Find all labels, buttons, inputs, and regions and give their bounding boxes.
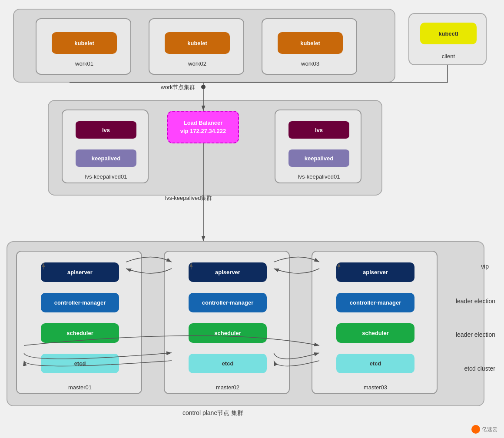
- kubectl-pill: kubectl: [420, 23, 477, 44]
- master02-label: master02: [165, 384, 291, 391]
- svg-point-4: [201, 85, 206, 89]
- master03-label: master03: [312, 384, 438, 391]
- etcd-master02: etcd: [189, 354, 267, 373]
- apiserver-master02: apiserver: [189, 262, 267, 282]
- work01-label: work01: [36, 60, 132, 67]
- work-cluster-box: kubelet work01 kubelet work02 kubelet wo…: [13, 9, 395, 83]
- kubelet-work01: kubelet: [52, 32, 117, 54]
- kubelet-work02: kubelet: [165, 32, 230, 54]
- lvs-pill-01: lvs: [76, 121, 136, 139]
- vip-side-label: vip: [481, 263, 489, 270]
- work03-label: work03: [262, 60, 358, 67]
- work03-box: kubelet work03: [262, 18, 357, 75]
- lvs-node02-label: lvs-keepalived01: [275, 173, 362, 180]
- lvs-pill-02: lvs: [288, 121, 349, 139]
- client-label: client: [409, 53, 487, 60]
- scheduler-master01: scheduler: [41, 323, 119, 343]
- etcd-master03: etcd: [336, 354, 414, 373]
- watermark: 亿速云: [471, 425, 497, 434]
- keepalived-pill-01: keepalived: [76, 149, 136, 167]
- kubelet-work03: kubelet: [278, 32, 343, 54]
- lb-text: Load Balancer vip 172.27.34.222: [180, 119, 226, 135]
- lvs-node01-label: lvs-keepalived01: [63, 173, 149, 180]
- keepalived-pill-02: keepalived: [288, 149, 349, 167]
- work02-label: work02: [149, 60, 245, 67]
- leader-election-label: leader election: [456, 298, 495, 305]
- work02-box: kubelet work02: [149, 18, 244, 75]
- master01-label: master01: [17, 384, 143, 391]
- scheduler-master03: scheduler: [336, 323, 414, 343]
- apiserver-master01: apiserver: [41, 262, 119, 282]
- etcd-cluster-label: etcd cluster: [464, 365, 495, 372]
- cm-master02: controller-manager: [189, 293, 267, 312]
- work01-box: kubelet work01: [36, 18, 131, 75]
- cm-master01: controller-manager: [41, 293, 119, 312]
- scheduler-master02: scheduler: [189, 323, 267, 343]
- diagram-background: kubelet work01 kubelet work02 kubelet wo…: [0, 0, 504, 438]
- scheduler-leader-label: leader election: [456, 331, 495, 338]
- work-cluster-label: work节点集群: [161, 83, 195, 91]
- cp-cluster-label: control plane节点 集群: [182, 409, 243, 417]
- master03-box: apiserver controller-manager scheduler e…: [312, 251, 438, 394]
- master01-box: apiserver controller-manager scheduler e…: [16, 251, 142, 394]
- cm-master03: controller-manager: [336, 293, 414, 312]
- lvs-cluster-label: lvs-keepalived集群: [165, 194, 212, 202]
- etcd-master01: etcd: [41, 354, 119, 373]
- apiserver-master03: apiserver: [336, 262, 414, 282]
- master02-box: apiserver controller-manager scheduler e…: [164, 251, 290, 394]
- lvs-node02-box: lvs keepalived lvs-keepalived01: [275, 110, 361, 183]
- cp-cluster-box: apiserver controller-manager scheduler e…: [7, 241, 484, 406]
- load-balancer-box: Load Balancer vip 172.27.34.222: [167, 111, 239, 143]
- watermark-logo: [471, 425, 480, 434]
- lvs-node01-box: lvs keepalived lvs-keepalived01: [62, 110, 149, 183]
- kubectl-box: kubectl client: [408, 13, 487, 65]
